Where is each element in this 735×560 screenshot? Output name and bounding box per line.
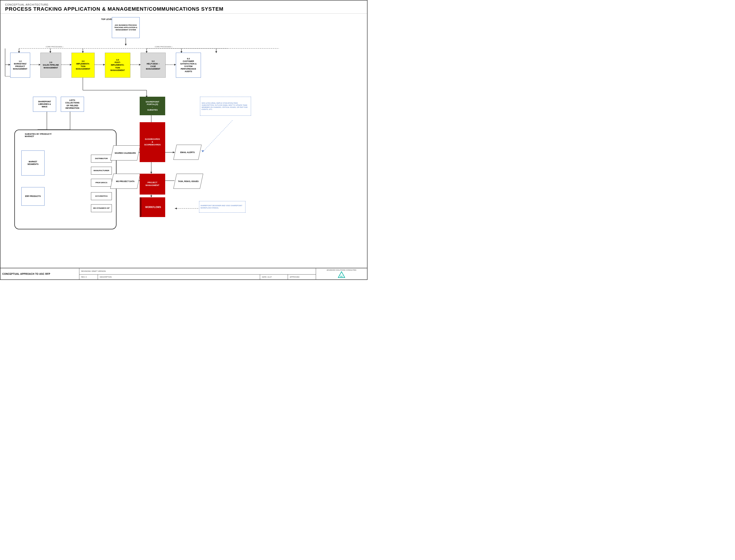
process-box-4[interactable]: 4.0 POST- IMPLEMENTA- TION MANAGEMENT	[105, 53, 130, 78]
svg-marker-50	[201, 150, 204, 152]
footer-approved: APPROVED	[288, 275, 316, 280]
svg-marker-30	[9, 64, 10, 66]
svg-marker-60	[175, 208, 177, 209]
email-alerts-box: EMAIL ALERTS	[173, 145, 202, 160]
process-box-6[interactable]: 6.0 CUSTOMER SATISFACTION & SYSTEM PERFO…	[176, 53, 201, 78]
sp-designer-box: SHAREPOINT DESIGNER AND VISIO SHAREPOINT…	[199, 201, 245, 213]
distributor-box: DISTRIBUTOR	[91, 155, 112, 163]
main-content: TOP LEVEL SITE ASC BUSINESS PROCESS TRAC…	[0, 14, 367, 273]
market-segments-box: MARKET SEGMENTS	[21, 150, 45, 176]
svg-marker-18	[39, 64, 40, 66]
manufacturer-box: MANUFACTURER	[91, 167, 112, 175]
top-process-box: ASC BUSINESS PROCESS TRACKING APPLICATIO…	[112, 17, 140, 38]
shared-calendars-box: SHARED CALENDARS	[110, 145, 140, 160]
footer-bottom-row: REV: 0 DESCRIPTION DATE: 10,27 APPROVED	[79, 275, 316, 280]
task-risks-box: TASK, RISKS, ISSUES	[173, 174, 203, 189]
svg-marker-24	[139, 64, 141, 66]
workflows-box: WORKFLOWS	[140, 197, 165, 217]
wss-rss-box: WSS & RSS (REAL SIMPLE SYNICATION) FEED …	[200, 97, 251, 116]
page-header: CONCEPTUAL ARCHITECTURE: PROCESS TRACKIN…	[0, 0, 367, 14]
footer-date: DATE: 10,27	[260, 275, 288, 280]
ms-dynamics-box: MS DYNAMICS GP	[91, 204, 112, 212]
process-box-2[interactable]: 2.0 SALES PIPELINE MANAGEMENT	[40, 53, 61, 78]
lists-collections-box: LISTS: COLLECTIONS OF FIELDED INFORMATIO…	[61, 97, 84, 112]
sc-logo: SC	[338, 271, 345, 278]
footer-revisions: REVISIONS: DRAFT VERSION	[79, 268, 316, 275]
svg-marker-26	[174, 64, 176, 66]
core-processes-label-left: CORE PROCESSES—	[46, 46, 64, 48]
process-box-1[interactable]: 1.0 MARKETING/ PRODUCT MANAGEMENT	[10, 53, 30, 78]
footer-left: CONCEPTUAL APPROACH TO ASC RFP	[0, 268, 79, 279]
erp-products-box: ERP PRODUCTS	[21, 187, 45, 206]
footer-right: ADVANCED SOLUTIONS CONSULTING SC	[316, 268, 367, 279]
page: CONCEPTUAL ARCHITECTURE: PROCESS TRACKIN…	[0, 0, 368, 280]
process-box-5[interactable]: 5.0 HELP DESK – CASE MANAGEMENT	[141, 53, 166, 78]
process-box-3[interactable]: 3.0 IMPLEMENTA- TION MANAGEMENT	[71, 53, 95, 78]
svg-text:SC: SC	[340, 275, 343, 278]
svg-marker-56	[150, 172, 152, 174]
header-title: PROCESS TRACKING APPLICATION & MANAGEMEN…	[5, 6, 362, 12]
svg-marker-16	[215, 51, 217, 53]
svg-marker-58	[150, 195, 152, 197]
dashboards-box: DASHBOARDS & SCOREBOARDS	[140, 122, 165, 162]
svg-marker-20	[70, 64, 71, 66]
header-subtitle: CONCEPTUAL ARCHITECTURE:	[5, 3, 362, 6]
company-label: ADVANCED SOLUTIONS CONSULTING	[327, 269, 356, 271]
accumatica-box: ACCUMATICA	[91, 192, 112, 200]
footer-left-label: CONCEPTUAL APPROACH TO ASC RFP	[2, 273, 50, 275]
revisions-label: REVISIONS: DRAFT VERSION	[81, 270, 106, 272]
footer-description: DESCRIPTION	[98, 275, 260, 280]
prof-srvcs-box: PROF.SRVCS	[91, 179, 112, 187]
svg-marker-44	[173, 151, 174, 153]
svg-line-49	[202, 120, 232, 152]
core-processes-label-right: CORE PROCESSES—	[155, 46, 173, 48]
project-management-box: PROJECT MANAGMENT	[140, 174, 165, 195]
footer-center: REVISIONS: DRAFT VERSION REV: 0 DESCRIPT…	[79, 268, 316, 279]
sharepoint-libraries-box: SHAREPOINT LIBRARIES & WIKIS	[33, 97, 56, 112]
svg-marker-22	[103, 64, 105, 66]
subsites-label: SUBSITES BY PRODUCT/ MARKET	[25, 133, 51, 138]
svg-marker-2	[125, 44, 127, 46]
page-footer: CONCEPTUAL APPROACH TO ASC RFP REVISIONS…	[0, 268, 367, 279]
ms-project-data-box: MS PROJECT DATA	[110, 174, 140, 189]
footer-rev: REV: 0	[79, 275, 98, 280]
sharepoint-portal-box: SHAREPOINT PORTAL(S) - SUBSITES	[140, 97, 165, 115]
